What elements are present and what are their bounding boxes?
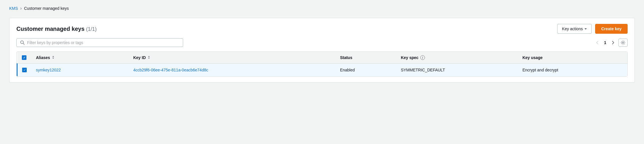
chevron-left-icon (596, 41, 598, 44)
panel-title-container: Customer managed keys (1/1) (16, 26, 97, 32)
row-keyid-link[interactable]: 4ccb29f6-06ee-475e-811a-0eacb6e74d8c (133, 68, 208, 72)
pagination-prev-button[interactable] (594, 40, 600, 46)
panel-count: (1/1) (86, 26, 97, 32)
breadcrumb-separator: › (20, 6, 22, 11)
gear-icon (621, 40, 625, 45)
search-icon (20, 40, 25, 45)
breadcrumb-current: Customer managed keys (24, 6, 69, 11)
checkmark-icon: ✓ (23, 69, 26, 72)
pagination-current: 1 (602, 40, 608, 45)
table-row: ✓ symkey12022 4ccb29f6-06ee-475e-811a-0e… (17, 64, 628, 77)
panel-title-text: Customer managed keys (16, 26, 85, 32)
header-key-spec: Key spec i (396, 52, 518, 64)
table-header-row: ✓ Aliases (17, 52, 628, 64)
svg-point-2 (622, 42, 624, 43)
key-actions-button[interactable]: Key actions (557, 24, 592, 34)
row-keyid-cell: 4ccb29f6-06ee-475e-811a-0eacb6e74d8c (129, 64, 335, 77)
pagination-controls: 1 (594, 39, 628, 47)
panel-header: Customer managed keys (1/1) Key actions … (16, 24, 628, 34)
create-key-button[interactable]: Create key (595, 24, 628, 34)
row-aliases-cell: symkey12022 (31, 64, 129, 77)
row-checkbox[interactable]: ✓ (22, 68, 27, 72)
chevron-down-icon (584, 28, 587, 30)
row-keyusage-cell: Encrypt and decrypt (518, 64, 627, 77)
search-container (16, 38, 183, 47)
pagination-next-button[interactable] (610, 40, 616, 46)
key-actions-label: Key actions (562, 26, 583, 31)
row-keyspec-cell: SYMMETRIC_DEFAULT (396, 64, 518, 77)
table-settings-button[interactable] (618, 39, 628, 47)
header-key-usage: Key usage (518, 52, 627, 64)
aliases-sort-icon[interactable] (52, 56, 55, 60)
header-status: Status (336, 52, 396, 64)
checkmark-icon: ✓ (23, 56, 26, 59)
key-spec-info-icon[interactable]: i (420, 55, 425, 60)
main-panel: Customer managed keys (1/1) Key actions … (9, 18, 635, 83)
header-actions: Key actions Create key (557, 24, 628, 34)
row-alias-link[interactable]: symkey12022 (36, 68, 61, 72)
page-title: Customer managed keys (1/1) (16, 26, 97, 32)
header-checkbox-col: ✓ (17, 52, 32, 64)
select-all-checkbox[interactable]: ✓ (22, 55, 26, 60)
keys-table: ✓ Aliases (17, 52, 627, 76)
header-key-id: Key ID (129, 52, 335, 64)
chevron-right-icon (612, 41, 614, 44)
row-checkbox-cell: ✓ (17, 64, 32, 77)
keyid-sort-icon[interactable] (147, 56, 150, 60)
search-input[interactable] (27, 40, 179, 45)
keys-table-wrapper: ✓ Aliases (16, 52, 628, 77)
search-row: 1 (16, 38, 628, 47)
svg-line-1 (23, 43, 24, 45)
breadcrumb-home[interactable]: KMS (9, 6, 18, 11)
breadcrumb: KMS › Customer managed keys (9, 6, 635, 11)
row-status-cell: Enabled (336, 64, 396, 77)
header-aliases: Aliases (31, 52, 129, 64)
